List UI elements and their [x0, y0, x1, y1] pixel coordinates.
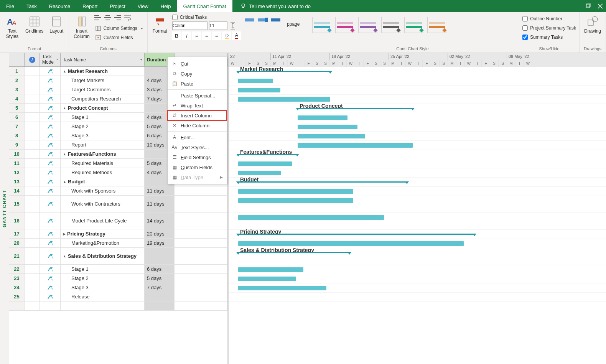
gantt-summary-bar[interactable] [238, 181, 407, 183]
align-center-button[interactable]: ≡ [202, 31, 211, 40]
font-name-input[interactable] [172, 21, 207, 30]
summary-bar-icon[interactable] [270, 15, 281, 25]
gantt-task-bar[interactable] [238, 79, 273, 83]
task-bar-icon[interactable] [244, 15, 255, 25]
table-row[interactable]: 21?▲Sales & Distribution Strategy [9, 248, 227, 265]
gantt-style-3[interactable] [381, 17, 401, 33]
task-mode-cell[interactable]: ? [40, 159, 61, 168]
task-mode-cell[interactable] [40, 301, 61, 310]
task-name-cell[interactable]: ▲Market Research [61, 67, 145, 76]
table-row[interactable]: 24?Stage 37 days [9, 283, 227, 292]
row-number[interactable]: 8 [9, 131, 25, 140]
gantt-task-bar[interactable] [238, 215, 384, 220]
task-mode-cell[interactable]: ? [40, 186, 61, 195]
table-row[interactable]: 23?Stage 25 days [9, 274, 227, 283]
ctx-paste-special-[interactable]: Paste Special... [168, 91, 227, 100]
table-row[interactable]: 14?Work with Sponsors11 days [9, 186, 227, 196]
close-icon[interactable] [598, 3, 603, 9]
row-height-icon[interactable] [229, 21, 237, 30]
duration-cell[interactable]: 6 days [145, 265, 175, 273]
gantt-task-bar[interactable] [238, 171, 281, 175]
gantt-summary-bar[interactable] [238, 71, 330, 72]
restore-icon[interactable] [585, 3, 591, 9]
ctx-hide-column[interactable]: ✕Hide Column [168, 120, 227, 130]
row-number[interactable]: 3 [9, 85, 25, 94]
ppage-button[interactable]: ppage [284, 14, 303, 28]
row-number[interactable]: 10 [9, 150, 25, 158]
duration-cell[interactable] [145, 301, 175, 310]
align-left-icon[interactable] [94, 14, 102, 21]
font-color-button[interactable]: A [232, 31, 241, 40]
ctx-font-[interactable]: AFont... [168, 132, 227, 142]
ctx-insert-column[interactable]: ⇵Insert Column [168, 110, 227, 120]
tell-me-search[interactable]: Tell me what you want to do [240, 3, 311, 9]
extra-cell[interactable] [175, 301, 227, 310]
drawing-button[interactable]: Drawing [583, 14, 603, 35]
task-mode-cell[interactable]: ? [40, 265, 61, 273]
task-name-cell[interactable]: Report [61, 140, 145, 149]
align-right-icon[interactable] [114, 14, 122, 21]
gantt-task-bar[interactable] [238, 277, 296, 281]
gantt-task-bar[interactable] [238, 198, 353, 203]
duration-cell[interactable] [145, 292, 175, 301]
task-name-cell[interactable]: Target Markets [61, 76, 145, 85]
insert-column-button[interactable]: Insert Column [72, 14, 91, 41]
table-row[interactable]: 25?Release [9, 292, 227, 301]
gantt-summary-bar[interactable] [238, 252, 349, 253]
duration-cell[interactable]: 14 days [145, 212, 175, 229]
row-number[interactable]: 14 [9, 186, 25, 195]
row-number[interactable]: 12 [9, 168, 25, 177]
row-number[interactable]: 15 [9, 196, 25, 212]
row-number[interactable]: 25 [9, 292, 25, 301]
gantt-style-0[interactable] [312, 17, 332, 33]
task-mode-cell[interactable]: ? [40, 113, 61, 122]
row-number[interactable]: 24 [9, 283, 25, 292]
gantt-task-bar[interactable] [238, 189, 353, 194]
tab-view[interactable]: View [132, 0, 155, 12]
gantt-task-bar[interactable] [298, 143, 413, 148]
gantt-task-bar[interactable] [238, 286, 326, 290]
row-number[interactable]: 6 [9, 113, 25, 122]
ctx-custom-fields[interactable]: ▦Custom Fields [168, 162, 227, 172]
task-name-cell[interactable]: Work with Contractors [61, 196, 145, 212]
task-mode-cell[interactable]: ? [40, 122, 61, 131]
task-name-cell[interactable]: Stage 2 [61, 122, 145, 131]
duration-cell[interactable]: 19 days [145, 239, 175, 247]
row-number[interactable]: 5 [9, 104, 25, 112]
row-number[interactable]: 13 [9, 177, 25, 186]
task-name-cell[interactable]: Release [61, 292, 145, 301]
summary-tasks-checkbox[interactable]: Summary Tasks [522, 34, 563, 41]
tab-task[interactable]: Task [20, 0, 43, 12]
row-number[interactable]: 2 [9, 76, 25, 85]
gantt-style-1[interactable] [335, 17, 355, 33]
duration-cell[interactable]: 20 days [145, 229, 175, 238]
gantt-task-bar[interactable] [298, 125, 357, 129]
gantt-summary-bar[interactable] [298, 108, 413, 109]
extra-cell[interactable] [175, 283, 227, 292]
gridlines-button[interactable]: Gridlines [24, 14, 45, 35]
task-mode-cell[interactable]: ? [40, 104, 61, 112]
task-mode-cell[interactable]: ? [40, 76, 61, 85]
table-row[interactable]: 16?Model Product Life Cycle14 days [9, 212, 227, 229]
task-mode-cell[interactable]: ? [40, 292, 61, 301]
duration-cell[interactable]: 7 days [145, 283, 175, 292]
row-number[interactable]: 11 [9, 159, 25, 168]
ctx-field-settings[interactable]: ☰Field Settings [168, 152, 227, 162]
bold-button[interactable]: B [172, 31, 181, 40]
milestone-bar-icon[interactable] [257, 15, 268, 25]
tab-file[interactable]: File [0, 0, 20, 12]
extra-cell[interactable] [175, 186, 227, 195]
gantt-task-bar[interactable] [238, 88, 280, 92]
extra-cell[interactable] [175, 274, 227, 283]
task-mode-cell[interactable]: ? [40, 248, 61, 264]
tab-report[interactable]: Report [76, 0, 104, 12]
extra-cell[interactable] [175, 196, 227, 212]
tab-help[interactable]: Help [155, 0, 177, 12]
row-number[interactable]: 7 [9, 122, 25, 131]
extra-cell[interactable] [175, 265, 227, 273]
text-styles-button[interactable]: AA Text Styles [3, 14, 21, 41]
row-number[interactable]: 4 [9, 94, 25, 103]
ctx-cut[interactable]: ✂Cut [168, 59, 227, 69]
gantt-style-2[interactable] [358, 17, 378, 33]
gantt-chart-vbar[interactable]: GANTT CHART [0, 53, 9, 364]
